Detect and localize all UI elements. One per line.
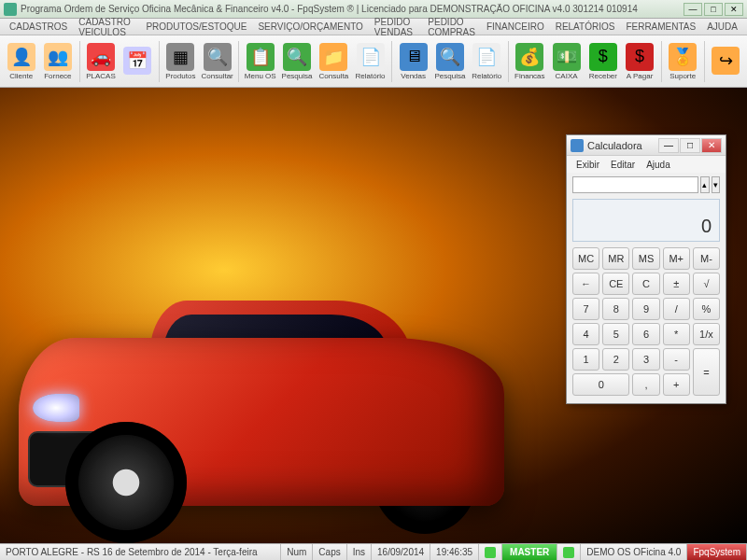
menu-servico-orcamento[interactable]: SERVIÇO/ORÇAMENTO <box>252 21 368 32</box>
toolbar-icon: ▦ <box>166 43 194 71</box>
menu-ajuda[interactable]: AJUDA <box>701 21 743 32</box>
toolbar-label: Produtos <box>165 72 195 80</box>
car-illustration: ◆ <box>0 207 542 543</box>
calculator-menu-exibir[interactable]: Exibir <box>571 160 605 170</box>
toolbar-label: Relatório <box>472 72 501 80</box>
status-ins: Ins <box>347 544 372 560</box>
calc-btn-←[interactable]: ← <box>572 273 599 295</box>
calc-btn-7[interactable]: 7 <box>572 298 599 320</box>
toolbar-label: Consulta <box>319 72 349 80</box>
toolbar-btn-3[interactable]: 📅 <box>120 38 155 85</box>
toolbar-label: Relatório <box>356 72 386 80</box>
toolbar-icon: 🔍 <box>436 43 464 71</box>
calc-btn-4[interactable]: 4 <box>572 323 599 345</box>
calc-btn-M-[interactable]: M- <box>693 247 720 270</box>
toolbar-produtos[interactable]: ▦Produtos <box>163 38 198 85</box>
calc-btn-6[interactable]: 6 <box>632 323 659 345</box>
close-button[interactable]: ✕ <box>725 3 743 16</box>
calc-btn--[interactable]: - <box>663 348 690 371</box>
toolbar-label: Consultar <box>202 72 233 80</box>
toolbar-suporte[interactable]: 🏅Suporte <box>666 38 700 85</box>
calc-btn-9[interactable]: 9 <box>632 298 659 320</box>
calc-btn-C[interactable]: C <box>632 273 659 295</box>
toolbar-icon: 🏅 <box>669 43 697 71</box>
calculator-titlebar[interactable]: Calculadora — □ ✕ <box>567 135 726 156</box>
toolbar-pesquisa[interactable]: 🔍Pesquisa <box>432 38 467 85</box>
calc-btn-1[interactable]: 1 <box>572 348 599 371</box>
menu-pedido-vendas[interactable]: PEDIDO VENDAS <box>369 17 422 37</box>
status-server-icon <box>557 544 581 560</box>
menu-produtos-estoque[interactable]: PRODUTOS/ESTOQUE <box>140 21 252 32</box>
calculator-close-button[interactable]: ✕ <box>701 138 722 153</box>
toolbar-icon: 📄 <box>472 43 500 71</box>
menu-ferramentas[interactable]: FERRAMENTAS <box>620 21 701 32</box>
toolbar-caixa[interactable]: 💵CAIXA <box>549 38 584 85</box>
calculator-menu-ajuda[interactable]: Ajuda <box>641 160 676 170</box>
toolbar-icon: 📋 <box>247 43 275 71</box>
toolbar-label: Suporte <box>669 72 696 80</box>
calc-btn-2[interactable]: 2 <box>602 348 629 371</box>
calc-btn-3[interactable]: 3 <box>632 348 659 371</box>
calculator-menu-editar[interactable]: Editar <box>605 160 641 170</box>
calc-btn-*[interactable]: * <box>663 323 690 345</box>
calc-btn-equals[interactable]: = <box>693 348 720 396</box>
calc-btn-0[interactable]: 0 <box>572 373 629 396</box>
toolbar-placas[interactable]: 🚗PLACAS <box>83 38 118 85</box>
toolbar-menu os[interactable]: 📋Menu OS <box>243 38 277 85</box>
toolbar-a pagar[interactable]: $A Pagar <box>622 38 656 85</box>
menu-pedido-compras[interactable]: PEDIDO COMPRAS <box>422 17 481 37</box>
workspace-background: ◆ Calculadora — □ ✕ Exibir Editar Ajuda … <box>0 88 747 543</box>
maximize-button[interactable]: □ <box>704 3 723 16</box>
calculator-history-up-button[interactable]: ▴ <box>700 176 710 193</box>
calculator-title: Calculadora <box>587 140 657 151</box>
toolbar-fornece[interactable]: 👥Fornece <box>40 38 75 85</box>
toolbar-label: Pesquisa <box>282 72 313 80</box>
statusbar: PORTO ALEGRE - RS 16 de Setembro de 2014… <box>0 543 747 560</box>
toolbar-label: Fornece <box>44 72 71 80</box>
status-master: MASTER <box>502 544 557 560</box>
toolbar-receber[interactable]: $Receber <box>585 38 620 85</box>
calc-btn-MC[interactable]: MC <box>572 247 599 270</box>
menu-financeiro[interactable]: FINANCEIRO <box>481 21 550 32</box>
menu-cadastro-veiculos[interactable]: CADASTRO VEICULOS <box>73 17 140 37</box>
calculator-history-input[interactable] <box>572 176 698 193</box>
calc-btn-√[interactable]: √ <box>693 273 720 295</box>
toolbar-consultar[interactable]: 🔍Consultar <box>200 38 234 85</box>
minimize-button[interactable]: — <box>684 3 702 16</box>
calc-btn-,[interactable]: , <box>632 373 659 396</box>
status-location: PORTO ALEGRE - RS 16 de Setembro de 2014… <box>0 544 281 560</box>
toolbar-icon: 👤 <box>7 43 35 71</box>
toolbar-cliente[interactable]: 👤Cliente <box>4 38 38 85</box>
calc-btn-5[interactable]: 5 <box>602 323 629 345</box>
toolbar-vendas[interactable]: 🖥Vendas <box>396 38 430 85</box>
toolbar-relatório[interactable]: 📄Relatório <box>470 38 504 85</box>
menu-relatorios[interactable]: RELATÓRIOS <box>550 21 621 32</box>
toolbar-label: PLACAS <box>86 72 116 80</box>
calc-btn-1/x[interactable]: 1/x <box>693 323 720 345</box>
status-demo: DEMO OS OFicina 4.0 <box>581 544 687 560</box>
toolbar-icon: 🚗 <box>87 43 115 71</box>
calc-btn-8[interactable]: 8 <box>602 298 629 320</box>
toolbar-btn-18[interactable]: ↪ <box>709 38 743 85</box>
calc-btn-%[interactable]: % <box>693 298 720 320</box>
calc-btn-CE[interactable]: CE <box>602 273 629 295</box>
toolbar-label: Cliente <box>9 72 33 80</box>
calc-btn-MR[interactable]: MR <box>602 247 629 270</box>
calculator-history-down-button[interactable]: ▾ <box>712 176 721 193</box>
calc-btn-M+[interactable]: M+ <box>663 247 690 270</box>
calc-btn-/[interactable]: / <box>663 298 690 320</box>
toolbar-financas[interactable]: 💰Financas <box>513 38 547 85</box>
toolbar-pesquisa[interactable]: 🔍Pesquisa <box>279 38 314 85</box>
calculator-minimize-button[interactable]: — <box>658 138 679 153</box>
calculator-icon <box>571 139 584 152</box>
calc-btn-±[interactable]: ± <box>663 273 690 295</box>
toolbar-consulta[interactable]: 📁Consulta <box>317 38 351 85</box>
toolbar-label: A Pagar <box>627 72 653 80</box>
menu-cadastros[interactable]: CADASTROS <box>4 21 73 32</box>
calc-btn-+[interactable]: + <box>663 373 690 396</box>
toolbar-relatório[interactable]: 📄Relatório <box>353 38 388 85</box>
calculator-maximize-button[interactable]: □ <box>680 138 700 153</box>
toolbar-label: CAIXA <box>556 72 578 80</box>
calc-btn-MS[interactable]: MS <box>632 247 659 270</box>
calculator-menubar: Exibir Editar Ajuda <box>567 156 726 173</box>
